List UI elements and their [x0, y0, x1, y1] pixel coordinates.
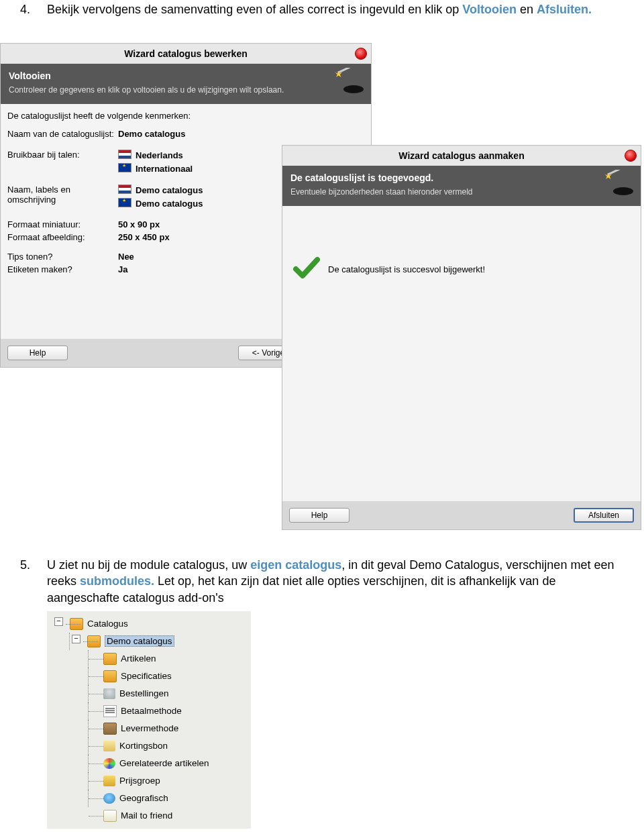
tree-item[interactable]: Specificaties — [47, 668, 251, 685]
close-icon[interactable] — [355, 48, 367, 60]
label-languages: Bruikbaar bij talen: — [7, 150, 118, 174]
collapse-icon[interactable]: − — [54, 617, 63, 626]
step-text: Bekijk vervolgens de samenvatting even o… — [47, 1, 592, 17]
tree-label: Bestellingen — [119, 688, 169, 698]
svg-point-3 — [613, 187, 633, 195]
header-title: De cataloguslijst is toegevoegd. — [290, 172, 633, 183]
text-fragment: Bekijk vervolgens de samenvatting even o… — [47, 3, 462, 16]
dialog-header: De cataloguslijst is toegevoegd. Eventue… — [282, 166, 641, 206]
close-button[interactable]: Afsluiten — [574, 508, 634, 523]
label-desc: Naam, labels en omschrijving — [7, 185, 118, 209]
value-image: 250 x 450 px — [118, 232, 170, 242]
folder-icon — [103, 670, 117, 682]
tree-item[interactable]: Artikelen — [47, 650, 251, 668]
tree-label-selected: Demo catalogus — [105, 635, 174, 647]
label-name: Naam van de cataloguslijst: — [7, 129, 118, 139]
header-subtitle: Controleer de gegevens en klik op voltoo… — [9, 85, 363, 95]
tree-demo[interactable]: − Demo catalogus — [47, 633, 251, 650]
document-icon — [103, 705, 117, 717]
help-button[interactable]: Help — [7, 346, 68, 360]
step-number: 4. — [20, 1, 47, 17]
tree-item[interactable]: Gerelateerde artikelen — [47, 755, 251, 772]
value-thumb: 50 x 90 px — [118, 219, 160, 229]
dialog-header: Voltooien Controleer de gegevens en klik… — [1, 64, 371, 104]
label-image: Formaat afbeelding: — [7, 232, 118, 242]
value-desc-nl: Demo catalogus — [136, 185, 203, 195]
collapse-icon[interactable]: − — [72, 635, 80, 643]
tree-label: Mail to friend — [121, 810, 172, 821]
cart-icon — [103, 688, 115, 699]
tree-label: Specificaties — [121, 671, 172, 681]
tree-label: Betaalmethode — [121, 706, 182, 716]
tree-item[interactable]: Geografisch — [47, 790, 251, 807]
tree-item[interactable]: Betaalmethode — [47, 702, 251, 720]
header-subtitle: Eventuele bijzonderheden staan hieronder… — [290, 187, 633, 197]
tree-label: Gerelateerde artikelen — [119, 758, 209, 768]
checkmark-icon — [292, 254, 320, 284]
folder-icon — [103, 653, 117, 665]
wizard-wand-icon — [333, 68, 364, 95]
wizard-create-dialog: Wizard catalogus aanmaken De catalogusli… — [282, 145, 641, 530]
tree-label: Catalogus — [87, 619, 128, 629]
tree-item[interactable]: Bestellingen — [47, 685, 251, 702]
tree-item[interactable]: Levermethode — [47, 720, 251, 737]
dialog-body: De cataloguslijst is succesvol bijgewerk… — [282, 206, 641, 501]
text-fragment: en — [517, 3, 537, 16]
svg-rect-1 — [337, 68, 350, 74]
tree-label: Geografisch — [119, 793, 168, 803]
highlight-voltooien: Voltooien — [462, 3, 517, 16]
tree-label: Artikelen — [121, 653, 156, 664]
highlight-afsluiten: Afsluiten. — [537, 3, 592, 16]
price-icon — [103, 776, 115, 786]
help-button[interactable]: Help — [289, 508, 350, 523]
flag-eu-icon — [118, 163, 131, 172]
text-fragment: U ziet nu bij de module catalogus, uw — [47, 558, 250, 572]
highlight-eigen-catalogus: eigen catalogus — [250, 558, 341, 572]
tree-label: Prijsgroep — [119, 776, 160, 786]
flag-nl-icon — [118, 185, 131, 194]
related-icon — [103, 758, 115, 769]
label-etiket: Etiketen maken? — [7, 264, 118, 274]
dialog-title: Wizard catalogus aanmaken — [398, 150, 524, 161]
header-title: Voltooien — [9, 70, 363, 81]
value-lang-nl: Nederlands — [136, 150, 183, 160]
dialog-titlebar: Wizard catalogus bewerken — [1, 44, 371, 64]
value-tips: Nee — [118, 252, 134, 262]
value-name: Demo catalogus — [118, 129, 185, 139]
tag-icon — [103, 741, 115, 751]
tree-label: Kortingsbon — [119, 741, 168, 751]
label-tips: Tips tonen? — [7, 252, 118, 262]
step-number: 5. — [20, 557, 47, 606]
tree-root[interactable]: − Catalogus — [47, 615, 251, 633]
mail-icon — [103, 810, 117, 822]
box-icon — [103, 723, 117, 735]
tree-label: Levermethode — [121, 723, 178, 733]
success-message: De cataloguslijst is succesvol bijgewerk… — [328, 264, 485, 274]
flag-eu-icon — [118, 198, 131, 207]
dialog-title: Wizard catalogus bewerken — [124, 48, 247, 59]
module-tree: − Catalogus − Demo catalogus Artikelen — [47, 611, 251, 829]
dialog-titlebar: Wizard catalogus aanmaken — [282, 146, 641, 166]
highlight-submodules: submodules. — [80, 574, 154, 588]
wizard-wand-icon — [603, 170, 634, 197]
globe-icon — [103, 793, 115, 804]
tree-item[interactable]: Kortingsbon — [47, 737, 251, 755]
step-text: U ziet nu bij de module catalogus, uw ei… — [47, 557, 624, 606]
flag-nl-icon — [118, 150, 131, 159]
value-lang-intl: Internationaal — [136, 164, 193, 174]
svg-point-0 — [343, 85, 364, 93]
dialog-footer: Help Afsluiten — [282, 501, 641, 529]
svg-rect-4 — [607, 170, 620, 176]
tree-item[interactable]: Mail to friend — [47, 807, 251, 825]
value-desc-intl: Demo catalogus — [136, 199, 203, 209]
intro-text: De cataloguslijst heeft de volgende kenm… — [7, 111, 364, 121]
tree-item[interactable]: Prijsgroep — [47, 772, 251, 790]
close-icon[interactable] — [625, 150, 637, 162]
value-etiket: Ja — [118, 264, 127, 274]
label-thumb: Formaat miniatuur: — [7, 219, 118, 229]
